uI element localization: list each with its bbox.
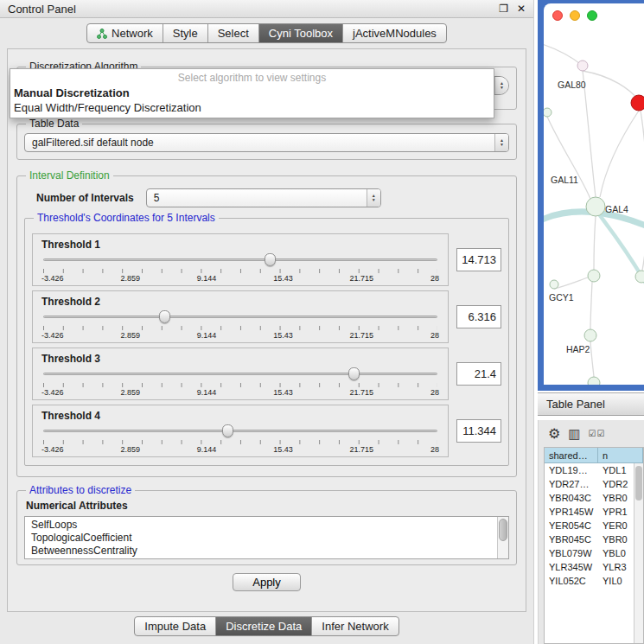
- threshold-slider[interactable]: [43, 367, 437, 381]
- network-canvas[interactable]: GAL80GAL11GAL4GCY1HAP2: [544, 26, 644, 385]
- combobox-stepper-icon[interactable]: ▲▼: [494, 134, 508, 151]
- table-rows: YDL19…YDL1YDR27…YDR2YBR043CYBR0YPR145WYP…: [545, 463, 643, 588]
- network-node[interactable]: [550, 280, 558, 289]
- threshold-slider[interactable]: [43, 424, 437, 438]
- threshold-value-field[interactable]: 11.344: [456, 419, 501, 443]
- table-cell[interactable]: YLR345W: [545, 562, 598, 572]
- dropdown-option-manual-discretization[interactable]: Manual Discretization: [10, 86, 494, 100]
- table-row[interactable]: YBR045CYBR0: [545, 532, 643, 546]
- network-node[interactable]: [635, 271, 644, 283]
- slider-track[interactable]: [43, 258, 437, 261]
- apply-button[interactable]: Apply: [233, 573, 301, 591]
- table-row[interactable]: YDR27…YDR2: [545, 477, 643, 491]
- network-node[interactable]: [544, 108, 552, 117]
- columns-icon[interactable]: ▥: [568, 426, 580, 442]
- slider-thumb[interactable]: [265, 253, 276, 266]
- slider-scale-labels: -3.4262.8599.14415.4321.71528: [41, 274, 439, 283]
- numerical-attributes-list[interactable]: SelfLoopsTopologicalCoefficientBetweenne…: [24, 516, 509, 559]
- tab-select[interactable]: Select: [208, 24, 259, 42]
- interval-definition-group: Interval Definition Number of Intervals …: [16, 175, 517, 477]
- table-cell[interactable]: YER054C: [545, 520, 598, 531]
- scale-label: 2.859: [120, 331, 140, 340]
- table-row[interactable]: YPR145WYPR1: [545, 505, 643, 519]
- table-cell[interactable]: YDR27…: [545, 479, 598, 489]
- attribute-list-item[interactable]: SelfLoops: [31, 519, 494, 532]
- attribute-list-item[interactable]: TopologicalCoefficient: [31, 532, 494, 545]
- network-node[interactable]: [631, 95, 644, 111]
- minimize-light-icon[interactable]: [570, 10, 580, 21]
- zoom-light-icon[interactable]: [587, 10, 597, 21]
- tab-network[interactable]: Network: [87, 24, 163, 42]
- threshold-value-field[interactable]: 6.316: [456, 305, 501, 328]
- table-row[interactable]: YBR043CYBR0: [545, 491, 643, 505]
- table-cell[interactable]: YPR145W: [545, 507, 598, 517]
- network-node[interactable]: [588, 377, 600, 385]
- list-scrollbar-thumb[interactable]: [499, 519, 507, 541]
- tab-cyni-toolbox[interactable]: Cyni Toolbox: [259, 24, 343, 42]
- table-cell[interactable]: YIL052C: [545, 576, 598, 586]
- dropdown-option-equal-width-frequency[interactable]: Equal Width/Frequency Discretization: [10, 100, 494, 115]
- table-scrollbar-thumb[interactable]: [635, 466, 642, 501]
- tab-impute-data[interactable]: Impute Data: [135, 617, 216, 635]
- threshold-slider[interactable]: [43, 253, 437, 267]
- slider-thumb[interactable]: [348, 367, 360, 380]
- combobox-stepper-icon[interactable]: ▲▼: [494, 77, 508, 94]
- tab-jactivemnodules[interactable]: jActiveMNodules: [343, 24, 446, 42]
- slider-thumb[interactable]: [159, 310, 170, 323]
- table-scrollbar[interactable]: [634, 463, 643, 643]
- tab-label: Infer Network: [322, 620, 388, 633]
- group-title: Table Data: [26, 118, 82, 130]
- scale-label: 28: [430, 331, 439, 340]
- network-node[interactable]: [584, 329, 596, 341]
- float-window-icon[interactable]: ❐: [499, 3, 508, 15]
- slider-track[interactable]: [43, 430, 437, 432]
- scale-label: 2.859: [120, 388, 140, 397]
- network-node[interactable]: [577, 61, 588, 71]
- scale-label: -3.426: [41, 331, 64, 340]
- network-node[interactable]: [586, 197, 605, 216]
- threshold-value-field[interactable]: 14.713: [456, 248, 501, 271]
- table-row[interactable]: YDL19…YDL1: [545, 463, 643, 477]
- table-cell[interactable]: YDL19…: [545, 465, 598, 475]
- network-node[interactable]: [588, 270, 600, 282]
- tab-infer-network[interactable]: Infer Network: [312, 617, 398, 635]
- number-of-intervals-combobox[interactable]: 5 ▲▼: [146, 188, 381, 207]
- control-panel-titlebar[interactable]: Control Panel ❐ ✕: [0, 0, 533, 18]
- close-light-icon[interactable]: [552, 10, 563, 21]
- table-row[interactable]: YIL052CYIL0: [545, 574, 643, 588]
- table-data-value: galFiltered.sif default node: [32, 137, 154, 149]
- slider-track[interactable]: [43, 373, 437, 375]
- table-cell[interactable]: YBR043C: [545, 493, 598, 503]
- threshold-slider[interactable]: [43, 310, 437, 324]
- close-window-icon[interactable]: ✕: [517, 3, 526, 15]
- table-cell[interactable]: YBR045C: [545, 534, 598, 545]
- numerical-attributes-label: Numerical Attributes: [26, 500, 509, 512]
- slider-thumb[interactable]: [222, 424, 233, 437]
- tab-label: jActiveMNodules: [353, 27, 437, 40]
- table-panel-body: ⚙ ▥ ☑☑ shared… n YDL19…YDL1YDR27…YDR2YBR…: [538, 420, 644, 644]
- table-panel-header[interactable]: Table Panel: [538, 392, 644, 416]
- select-columns-icons[interactable]: ☑☑: [589, 429, 606, 438]
- gear-icon[interactable]: ⚙: [548, 425, 560, 442]
- column-header-shared-name[interactable]: shared…: [545, 448, 598, 463]
- table-row[interactable]: YBL079WYBL0: [545, 546, 643, 560]
- table-row[interactable]: YLR345WYLR3: [545, 560, 643, 574]
- tab-discretize-data[interactable]: Discretize Data: [216, 617, 312, 635]
- network-view-window[interactable]: GAL80GAL11GAL4GCY1HAP2: [544, 3, 644, 385]
- table-cell[interactable]: YBL079W: [545, 548, 598, 558]
- list-scrollbar[interactable]: [497, 517, 508, 558]
- scale-label: 28: [430, 388, 439, 397]
- combobox-stepper-icon[interactable]: ▲▼: [367, 189, 380, 207]
- table-data-combobox[interactable]: galFiltered.sif default node ▲▼: [24, 133, 509, 152]
- screen: Control Panel ❐ ✕ Network Sty: [0, 0, 644, 644]
- attribute-list-item[interactable]: BetweennessCentrality: [31, 545, 494, 558]
- column-header-name[interactable]: n: [598, 448, 643, 463]
- scale-label: 21.715: [350, 445, 374, 454]
- node-table[interactable]: shared… n YDL19…YDL1YDR27…YDR2YBR043CYBR…: [544, 447, 644, 644]
- table-row[interactable]: YER054CYER0: [545, 519, 643, 532]
- threshold-row: Threshold 2-3.4262.8599.14415.4321.71528…: [32, 290, 501, 343]
- scale-label: 28: [430, 274, 439, 283]
- threshold-value-field[interactable]: 21.4: [456, 362, 501, 386]
- tab-style[interactable]: Style: [163, 24, 208, 42]
- slider-track[interactable]: [43, 316, 437, 318]
